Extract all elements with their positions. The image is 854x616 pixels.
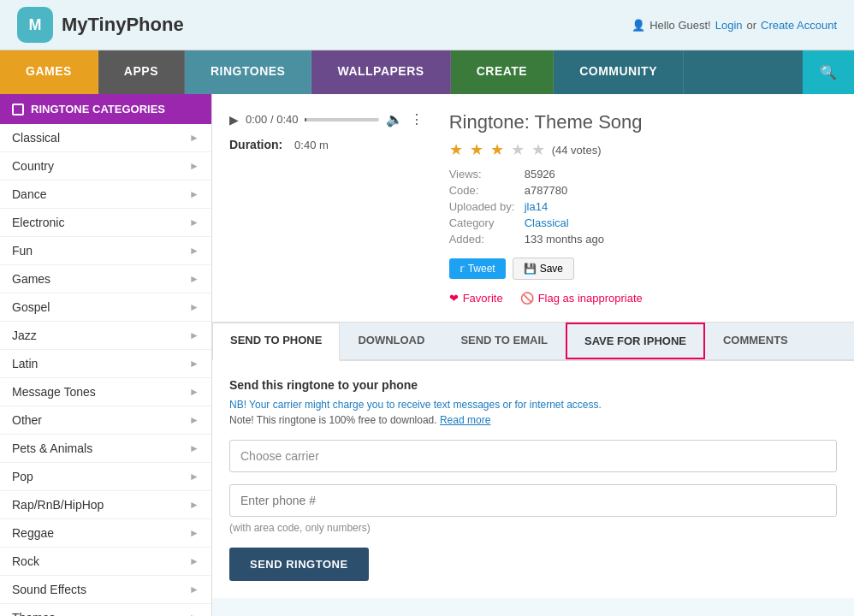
chevron-right-icon: ► bbox=[189, 273, 199, 285]
time-display: 0:00 / 0:40 bbox=[246, 113, 298, 126]
duration-label: Duration: bbox=[229, 138, 282, 151]
nav-ringtones[interactable]: RINGTONES bbox=[185, 50, 311, 94]
sidebar-item-electronic[interactable]: Electronic ► bbox=[0, 209, 211, 237]
favorite-button[interactable]: ❤ Favorite bbox=[449, 292, 503, 305]
nav-games[interactable]: GAMES bbox=[0, 50, 98, 94]
login-link[interactable]: Login bbox=[715, 19, 743, 32]
category-value[interactable]: Classical bbox=[525, 216, 569, 229]
nav-community[interactable]: COMMUNITY bbox=[554, 50, 684, 94]
sidebar-item-classical[interactable]: Classical ► bbox=[0, 124, 211, 152]
chevron-right-icon: ► bbox=[189, 132, 199, 144]
uploaded-value[interactable]: jla14 bbox=[525, 200, 548, 213]
tab-download[interactable]: DOWNLOAD bbox=[340, 323, 442, 359]
chevron-right-icon: ► bbox=[189, 245, 199, 257]
tab-send-to-phone[interactable]: SEND TO PHONE bbox=[212, 323, 340, 361]
sidebar-item-pets-animals[interactable]: Pets & Animals ► bbox=[0, 435, 211, 463]
tab-save-for-iphone[interactable]: SAVE FOR IPHONE bbox=[566, 323, 705, 359]
or-text: or bbox=[747, 19, 757, 32]
phone-input[interactable] bbox=[229, 484, 837, 517]
ringtone-info: Ringtone: Theme Song ★ ★ ★ ★ ★ (44 votes… bbox=[449, 111, 837, 305]
sidebar: RINGTONE CATEGORIES Classical ► Country … bbox=[0, 94, 212, 616]
sidebar-label: Country bbox=[12, 159, 54, 173]
votes-text: (44 votes) bbox=[552, 144, 602, 157]
note-text: Note! This ringtone is 100% free to down… bbox=[229, 414, 837, 426]
star-empty-1[interactable]: ★ bbox=[511, 140, 525, 159]
sidebar-item-pop[interactable]: Pop ► bbox=[0, 463, 211, 491]
category-row: Category Classical bbox=[449, 216, 837, 229]
play-button[interactable]: ▶ bbox=[229, 113, 239, 127]
tabs-section: SEND TO PHONE DOWNLOAD SEND TO EMAIL SAV… bbox=[212, 323, 854, 598]
added-row: Added: 133 months ago bbox=[449, 233, 837, 246]
save-button[interactable]: 💾 Save bbox=[513, 258, 574, 280]
read-more-link[interactable]: Read more bbox=[440, 414, 490, 426]
nav-create[interactable]: CREATE bbox=[451, 50, 555, 94]
chevron-right-icon: ► bbox=[189, 499, 199, 511]
social-row: 𝕣 Tweet 💾 Save bbox=[449, 258, 837, 280]
star-half[interactable]: ★ bbox=[490, 140, 504, 159]
audio-player: ▶ 0:00 / 0:40 🔈 ⋮ bbox=[229, 111, 424, 127]
progress-bar[interactable] bbox=[305, 118, 378, 121]
sidebar-item-latin[interactable]: Latin ► bbox=[0, 350, 211, 378]
views-label: Views: bbox=[449, 168, 518, 181]
chevron-right-icon: ► bbox=[189, 358, 199, 370]
carrier-select[interactable]: Choose carrier bbox=[229, 440, 837, 472]
user-area: 👤 Hello Guest! Login or Create Account bbox=[632, 19, 837, 32]
sidebar-item-games[interactable]: Games ► bbox=[0, 265, 211, 293]
star-1[interactable]: ★ bbox=[449, 140, 463, 159]
chevron-right-icon: ► bbox=[189, 442, 199, 454]
sidebar-item-jazz[interactable]: Jazz ► bbox=[0, 322, 211, 350]
sidebar-title: RINGTONE CATEGORIES bbox=[31, 103, 165, 116]
sidebar-label: Sound Effects bbox=[12, 583, 86, 596]
flag-button[interactable]: 🚫 Flag as inappropriate bbox=[520, 292, 643, 305]
code-label: Code: bbox=[449, 184, 518, 197]
sidebar-item-rap[interactable]: Rap/RnB/HipHop ► bbox=[0, 491, 211, 519]
tab-comments[interactable]: COMMENTS bbox=[705, 323, 806, 359]
category-label: Category bbox=[449, 216, 518, 229]
nav-apps[interactable]: APPS bbox=[98, 50, 185, 94]
twitter-icon: 𝕣 bbox=[460, 263, 465, 275]
search-button[interactable]: 🔍 bbox=[803, 50, 854, 94]
sidebar-label: Rock bbox=[12, 554, 39, 568]
nav-wallpapers[interactable]: WALLPAPERS bbox=[311, 50, 450, 94]
sidebar-header: RINGTONE CATEGORIES bbox=[0, 94, 211, 124]
sidebar-item-sound-effects[interactable]: Sound Effects ► bbox=[0, 576, 211, 604]
sidebar-item-themes[interactable]: Themes ► bbox=[0, 604, 211, 616]
more-options-icon[interactable]: ⋮ bbox=[410, 111, 424, 127]
sidebar-label: Reggae bbox=[12, 526, 54, 540]
user-icon: 👤 bbox=[632, 19, 645, 32]
code-row: Code: a787780 bbox=[449, 184, 837, 197]
tab-send-to-email[interactable]: SEND TO EMAIL bbox=[442, 323, 566, 359]
sidebar-item-message-tones[interactable]: Message Tones ► bbox=[0, 378, 211, 406]
progress-fill bbox=[305, 118, 306, 121]
volume-icon[interactable]: 🔈 bbox=[386, 111, 403, 127]
sidebar-item-reggae[interactable]: Reggae ► bbox=[0, 519, 211, 548]
sidebar-item-rock[interactable]: Rock ► bbox=[0, 548, 211, 576]
sidebar-label: Latin bbox=[12, 357, 38, 370]
sidebar-item-country[interactable]: Country ► bbox=[0, 152, 211, 181]
tweet-button[interactable]: 𝕣 Tweet bbox=[449, 258, 506, 279]
sidebar-item-gospel[interactable]: Gospel ► bbox=[0, 293, 211, 322]
create-account-link[interactable]: Create Account bbox=[761, 19, 837, 32]
chevron-right-icon: ► bbox=[189, 160, 199, 172]
player-left: ▶ 0:00 / 0:40 🔈 ⋮ Duration: 0:40 m bbox=[229, 111, 424, 305]
sidebar-item-dance[interactable]: Dance ► bbox=[0, 181, 211, 209]
content: ▶ 0:00 / 0:40 🔈 ⋮ Duration: 0:40 m Ringt bbox=[212, 94, 854, 616]
sidebar-label: Dance bbox=[12, 187, 46, 201]
chevron-right-icon: ► bbox=[189, 555, 199, 567]
heart-icon: ❤ bbox=[449, 292, 459, 305]
send-title: Send this ringtone to your phone bbox=[229, 378, 837, 392]
sidebar-label: Rap/RnB/HipHop bbox=[12, 498, 104, 512]
main: RINGTONE CATEGORIES Classical ► Country … bbox=[0, 94, 854, 616]
ringtone-title: Ringtone: Theme Song bbox=[449, 111, 837, 133]
send-ringtone-button[interactable]: SEND RINGTONE bbox=[229, 548, 369, 581]
sidebar-label: Gospel bbox=[12, 300, 50, 314]
star-2[interactable]: ★ bbox=[470, 140, 483, 159]
header: M MyTinyPhone 👤 Hello Guest! Login or Cr… bbox=[0, 0, 854, 50]
code-value: a787780 bbox=[525, 184, 568, 197]
sidebar-label: Electronic bbox=[12, 216, 64, 229]
sidebar-item-fun[interactable]: Fun ► bbox=[0, 237, 211, 265]
sidebar-item-other[interactable]: Other ► bbox=[0, 406, 211, 435]
star-empty-2[interactable]: ★ bbox=[531, 140, 545, 159]
actions-row: ❤ Favorite 🚫 Flag as inappropriate bbox=[449, 292, 837, 305]
uploaded-label: Uploaded by: bbox=[449, 200, 518, 213]
